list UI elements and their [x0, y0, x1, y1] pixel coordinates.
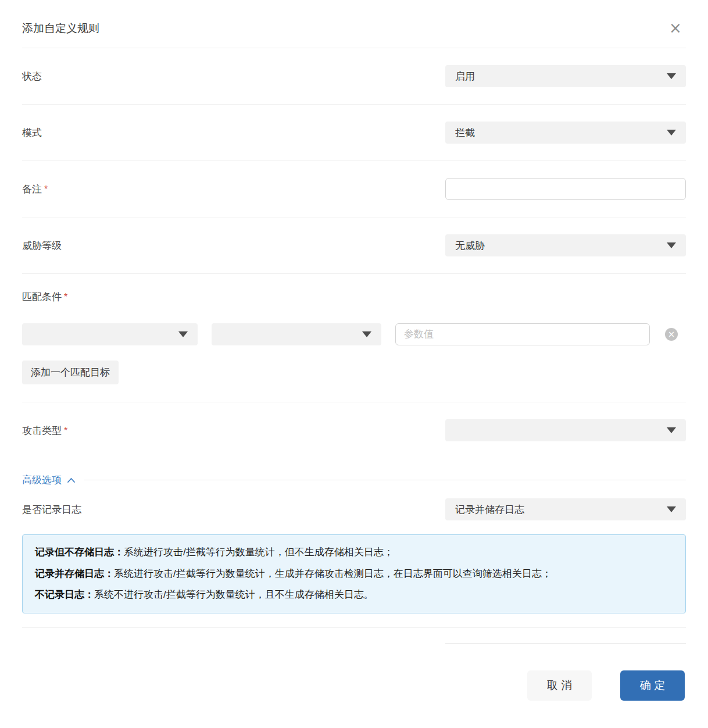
caret-down-icon [667, 242, 676, 248]
status-row: 状态 启用 [22, 48, 686, 105]
status-select-value: 启用 [455, 70, 475, 83]
caret-down-icon [667, 130, 676, 135]
attack-type-row: 攻击类型* [22, 402, 686, 458]
caret-down-icon [667, 73, 676, 79]
threat-level-row: 威胁等级 无威胁 [22, 217, 686, 274]
add-match-target-button[interactable]: 添加一个匹配目标 [22, 361, 119, 384]
remark-input[interactable] [445, 178, 686, 200]
footer-divider [22, 627, 686, 628]
remove-condition-icon[interactable]: × [665, 328, 678, 341]
match-condition-section: 匹配条件* × 添加一个匹配目标 [22, 274, 686, 402]
threat-level-label: 威胁等级 [22, 239, 62, 252]
match-condition-row: × [22, 323, 686, 345]
advanced-options-label: 高级选项 [22, 473, 62, 487]
required-asterisk: * [64, 292, 67, 302]
dialog-footer: 取 消 确 定 [22, 670, 686, 701]
remark-label: 备注* [22, 183, 48, 196]
match-param-input[interactable] [395, 323, 650, 345]
confirm-button[interactable]: 确 定 [620, 670, 685, 701]
required-asterisk: * [44, 184, 48, 194]
threat-level-select[interactable]: 无威胁 [445, 234, 686, 256]
dialog-title: 添加自定义规则 [22, 21, 686, 36]
footer-right-divider [445, 643, 686, 644]
match-condition-label: 匹配条件* [22, 291, 67, 302]
attack-type-select[interactable] [445, 419, 686, 441]
threat-level-select-value: 无威胁 [455, 239, 485, 252]
dialog-header: 添加自定义规则 × [22, 0, 686, 48]
match-target-select[interactable] [22, 323, 198, 345]
mode-select[interactable]: 拦截 [445, 122, 686, 144]
info-line: 记录并存储日志：系统进行攻击/拦截等行为数量统计，生成并存储攻击检测日志，在日志… [35, 563, 673, 585]
advanced-options-toggle[interactable]: 高级选项 [22, 473, 76, 487]
attack-type-label: 攻击类型* [22, 424, 67, 437]
info-line: 不记录日志：系统不进行攻击/拦截等行为数量统计，且不生成存储相关日志。 [35, 584, 673, 606]
status-label: 状态 [22, 70, 42, 83]
chevron-up-icon [67, 477, 76, 483]
log-record-row: 是否记录日志 记录并储存日志 [22, 487, 686, 520]
advanced-divider [84, 480, 686, 480]
caret-down-icon [362, 331, 371, 337]
cancel-button[interactable]: 取 消 [527, 670, 592, 701]
caret-down-icon [667, 506, 676, 512]
status-select[interactable]: 启用 [445, 65, 686, 87]
log-record-select-value: 记录并储存日志 [455, 503, 524, 516]
mode-select-value: 拦截 [455, 126, 475, 140]
advanced-options-row: 高级选项 [22, 473, 686, 487]
close-icon[interactable]: × [666, 19, 685, 37]
info-line: 记录但不存储日志：系统进行攻击/拦截等行为数量统计，但不生成存储相关日志； [35, 542, 673, 563]
match-operator-select[interactable] [212, 323, 381, 345]
log-record-select[interactable]: 记录并储存日志 [445, 498, 686, 520]
caret-down-icon [667, 427, 676, 433]
log-record-label: 是否记录日志 [22, 503, 81, 516]
required-asterisk: * [64, 426, 67, 436]
mode-label: 模式 [22, 126, 42, 140]
log-info-box: 记录但不存储日志：系统进行攻击/拦截等行为数量统计，但不生成存储相关日志； 记录… [22, 534, 686, 613]
add-custom-rule-dialog: 添加自定义规则 × 状态 启用 模式 拦截 备注* 威胁等级 无威胁 匹配条件* [0, 0, 708, 728]
mode-row: 模式 拦截 [22, 105, 686, 161]
remark-row: 备注* [22, 161, 686, 217]
caret-down-icon [178, 331, 188, 337]
